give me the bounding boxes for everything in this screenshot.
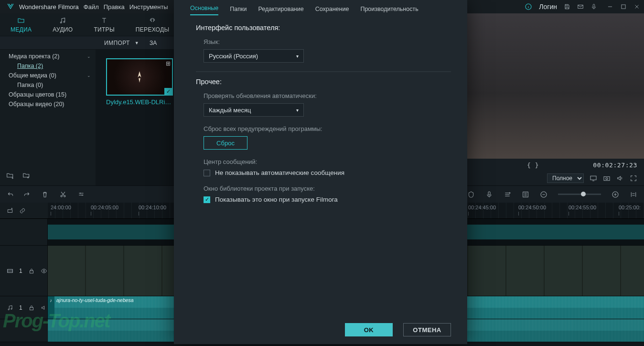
maximize-icon[interactable]: [620, 3, 627, 10]
mute-icon[interactable]: [41, 304, 47, 311]
tree-shared-media[interactable]: Общие медиа (0)⌄: [0, 71, 96, 80]
preview-video[interactable]: [466, 13, 644, 159]
ok-button[interactable]: OK: [345, 323, 393, 336]
tree-color-samples[interactable]: Образцы цветов (15): [0, 90, 96, 99]
ruler-tick: 00:24:55:00: [569, 205, 596, 210]
svg-rect-1: [578, 5, 583, 9]
undo-icon[interactable]: [7, 191, 14, 198]
svg-point-20: [11, 308, 12, 309]
add-track-icon[interactable]: [7, 207, 13, 214]
svg-rect-11: [488, 192, 490, 195]
clip-label: Dyldy.e15.WEB-DLRip...: [106, 98, 173, 106]
settings-tab-general[interactable]: Основные: [190, 5, 218, 15]
text-icon: [100, 17, 108, 24]
tab-media-label: МЕДИА: [11, 26, 32, 33]
cut-icon[interactable]: [59, 191, 67, 198]
adjust-icon[interactable]: [77, 191, 85, 198]
snapshot-icon[interactable]: [603, 174, 611, 182]
preview-markers[interactable]: { }: [527, 162, 539, 169]
auto-messages-checkbox[interactable]: Не показывать автоматические сообщения: [204, 169, 451, 176]
minimize-icon[interactable]: [607, 3, 613, 10]
chevron-down-icon: ▾: [296, 108, 299, 113]
audio-track-icon: [7, 304, 13, 311]
volume-icon[interactable]: [616, 174, 624, 182]
clip-card[interactable]: Dyldy.e15.WEB-DLRip...: [106, 58, 173, 106]
mail-icon[interactable]: [577, 3, 584, 10]
zoom-out-icon[interactable]: [540, 191, 547, 198]
tree-shared-folder[interactable]: Папка (0): [0, 80, 96, 90]
section-misc-title: Прочее:: [196, 78, 451, 86]
info-icon[interactable]: [525, 3, 532, 11]
ruler-tick: 00:24:05:00: [91, 205, 118, 210]
folder-icon: [17, 17, 25, 24]
tab-media[interactable]: МЕДИА: [11, 17, 32, 33]
redo-icon[interactable]: [23, 191, 31, 198]
svg-rect-6: [590, 176, 596, 180]
mixer-icon[interactable]: [522, 191, 529, 198]
tree-video-samples[interactable]: Образцы видео (20): [0, 99, 96, 109]
cancel-button[interactable]: ОТМЕНА: [403, 323, 451, 336]
updates-select[interactable]: Каждый месяц ▾: [204, 103, 304, 117]
zoom-slider[interactable]: [558, 194, 601, 195]
import-button[interactable]: ИМПОРТ ▼: [104, 40, 139, 46]
music-panel-icon[interactable]: [504, 191, 511, 198]
ruler-tick: 00:24:10:00: [139, 205, 166, 210]
chevron-down-icon: ⌄: [87, 54, 91, 59]
language-label: Язык:: [204, 38, 451, 45]
video-track-icon: [7, 268, 13, 274]
clip-art-icon: [134, 70, 145, 84]
svg-point-5: [64, 21, 65, 22]
import-label: ИМПОРТ: [104, 40, 130, 46]
settings-tab-folders[interactable]: Папки: [230, 6, 247, 15]
svg-rect-7: [604, 177, 610, 181]
tree-project-media[interactable]: Медиа проекта (2)⌄: [0, 52, 96, 61]
settings-modal: Основные Папки Редактирование Сохранение…: [174, 0, 467, 344]
tab-titles-label: ТИТРЫ: [94, 26, 114, 33]
audio-clip-label: ajnura-no-ty-usel-tuda-gde-nebesa: [56, 297, 134, 303]
app-logo-icon: [7, 3, 14, 11]
tab-audio-label: АУДИО: [53, 26, 73, 33]
svg-rect-2: [593, 4, 595, 7]
mic-icon[interactable]: [590, 3, 597, 10]
svg-rect-21: [30, 307, 33, 310]
display-icon[interactable]: [590, 174, 597, 182]
menu-file[interactable]: Файл: [84, 3, 99, 11]
remove-folder-icon[interactable]: [23, 172, 31, 180]
delete-icon[interactable]: [41, 191, 49, 198]
svg-point-18: [43, 270, 45, 272]
visibility-icon[interactable]: [41, 268, 47, 274]
startup-window-checkbox[interactable]: ✓ Показывать это окно при запуске Filmor…: [204, 196, 451, 203]
preview-panel: { } 00:02:27:23 Полное: [466, 13, 644, 185]
lock-icon[interactable]: [28, 268, 35, 274]
tab-titles[interactable]: ТИТРЫ: [94, 17, 114, 33]
settings-tab-performance[interactable]: Производительность: [360, 6, 418, 15]
add-folder-icon[interactable]: [7, 172, 14, 180]
music-icon: [59, 17, 66, 24]
save-icon[interactable]: [564, 3, 570, 10]
reset-button[interactable]: Сброс: [204, 136, 247, 150]
fullscreen-icon[interactable]: [630, 174, 637, 182]
settings-tab-saving[interactable]: Сохранение: [315, 6, 349, 15]
lock-icon[interactable]: [28, 304, 35, 311]
link-icon[interactable]: [19, 207, 26, 214]
marker-icon[interactable]: [467, 191, 475, 198]
menu-tools[interactable]: Инструменты: [129, 3, 168, 11]
zoom-in-icon[interactable]: [612, 191, 619, 198]
tree-project-folder[interactable]: Папка (2): [0, 61, 96, 71]
svg-point-4: [61, 22, 62, 23]
tab-transitions[interactable]: ПЕРЕХОДЫ: [136, 17, 169, 33]
chevron-down-icon: ▾: [296, 54, 299, 59]
video-track-badge: 1: [19, 268, 22, 274]
preview-quality-select[interactable]: Полное: [547, 173, 584, 183]
close-icon[interactable]: [633, 3, 640, 10]
zoom-fit-icon[interactable]: [630, 191, 637, 198]
svg-point-9: [61, 195, 62, 196]
language-select[interactable]: Русский (Россия) ▾: [204, 49, 304, 63]
menu-edit[interactable]: Правка: [104, 3, 125, 11]
settings-tab-editing[interactable]: Редактирование: [258, 6, 303, 15]
save-row-label[interactable]: ЗА: [150, 40, 157, 46]
login-button[interactable]: Логин: [539, 3, 557, 11]
tab-audio[interactable]: АУДИО: [53, 17, 73, 33]
voiceover-icon[interactable]: [485, 191, 493, 198]
clip-thumbnail[interactable]: [106, 58, 173, 96]
